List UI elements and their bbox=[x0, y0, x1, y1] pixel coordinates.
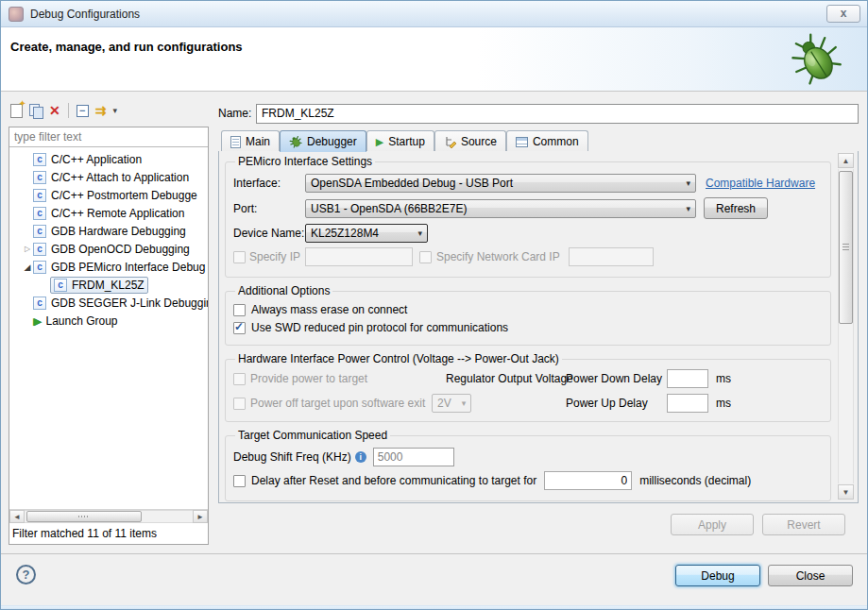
checkbox bbox=[419, 251, 432, 263]
source-tree-icon bbox=[444, 136, 456, 148]
new-configuration-icon[interactable] bbox=[10, 104, 23, 118]
c-file-icon: c bbox=[33, 243, 46, 256]
window-close-button[interactable]: x bbox=[826, 5, 860, 23]
tree-item-frdm-kl25z[interactable]: c FRDM_KL25Z bbox=[9, 276, 208, 294]
scroll-up-icon[interactable]: ▲ bbox=[838, 153, 854, 168]
compatible-hardware-link[interactable]: Compatible Hardware bbox=[706, 177, 815, 190]
swd-protocol-checkbox[interactable]: ✓ Use SWD reduced pin protocol for commu… bbox=[233, 321, 823, 334]
tree-item-cpp-attach[interactable]: c C/C++ Attach to Application bbox=[9, 168, 208, 186]
interface-combo[interactable]: OpenSDA Embedded Debug - USB Port ▾ bbox=[305, 174, 696, 193]
c-file-icon: c bbox=[33, 297, 46, 310]
power-down-delay-field bbox=[667, 369, 708, 388]
specify-network-checkbox: Specify Network Card IP bbox=[419, 250, 560, 263]
checkbox bbox=[233, 373, 246, 385]
group-title: Additional Options bbox=[235, 284, 332, 297]
regulator-voltage-label: Regulator Output Voltage bbox=[446, 372, 573, 385]
tree-item-launch-group[interactable]: ▶ Launch Group bbox=[9, 312, 208, 330]
chevron-down-icon: ▾ bbox=[456, 398, 467, 408]
chevron-down-icon: ▾ bbox=[412, 229, 422, 238]
tree-item-label: C/C++ Application bbox=[51, 153, 142, 166]
scroll-down-icon[interactable]: ▼ bbox=[838, 484, 854, 500]
common-table-icon bbox=[516, 137, 528, 147]
tree-item-cpp-remote[interactable]: c C/C++ Remote Application bbox=[9, 204, 208, 222]
refresh-button[interactable]: Refresh bbox=[704, 197, 768, 219]
delay-field[interactable] bbox=[544, 471, 632, 490]
duplicate-configuration-icon[interactable] bbox=[29, 104, 43, 118]
collapsed-arrow-icon[interactable]: ▷ bbox=[22, 245, 33, 253]
tree-item-label: GDB PEMicro Interface Debug bbox=[51, 261, 205, 274]
tab-source[interactable]: Source bbox=[434, 130, 506, 152]
title-bar[interactable]: Debug Configurations x bbox=[1, 1, 867, 27]
tab-main[interactable]: Main bbox=[221, 130, 280, 152]
scroll-left-icon[interactable]: ◄ bbox=[9, 510, 25, 523]
filter-icon[interactable]: ⇉ bbox=[95, 104, 107, 117]
toolbar-menu-caret-icon[interactable]: ▾ bbox=[112, 106, 117, 115]
group-pemicro-interface-settings: PEMicro Interface Settings Interface: Op… bbox=[225, 155, 831, 278]
power-up-delay-field bbox=[667, 394, 708, 413]
chevron-down-icon: ▾ bbox=[680, 204, 690, 213]
port-label: Port: bbox=[233, 202, 305, 215]
c-file-icon: c bbox=[33, 153, 46, 166]
specify-ip-checkbox: Specify IP bbox=[233, 250, 305, 263]
tab-startup[interactable]: ▶ Startup bbox=[366, 130, 434, 152]
tree-item-gdb-hardware[interactable]: c GDB Hardware Debugging bbox=[9, 222, 208, 240]
tree-item-label: C/C++ Postmortem Debugge bbox=[51, 189, 197, 202]
tree-item-gdb-segger[interactable]: c GDB SEGGER J-Link Debuggin bbox=[9, 294, 208, 312]
content-vertical-scrollbar[interactable]: ▲ ▼ bbox=[838, 153, 854, 500]
device-name-combo[interactable]: KL25Z128M4 ▾ bbox=[305, 224, 428, 243]
delete-configuration-icon[interactable]: ✕ bbox=[49, 104, 60, 117]
revert-button: Revert bbox=[762, 514, 845, 535]
tree-item-label: GDB OpenOCD Debugging bbox=[51, 243, 190, 256]
expanded-arrow-icon[interactable]: ◢ bbox=[22, 263, 33, 272]
window-title: Debug Configurations bbox=[30, 8, 140, 21]
specify-network-field bbox=[569, 247, 654, 266]
tree-horizontal-scrollbar[interactable]: ◄ ► bbox=[9, 509, 208, 523]
power-off-checkbox: Power off target upon software exit bbox=[233, 397, 425, 410]
checkbox[interactable] bbox=[233, 475, 246, 487]
mass-erase-checkbox[interactable]: Always mass erase on connect bbox=[233, 303, 823, 316]
tree-item-gdb-pemicro[interactable]: ◢ c GDB PEMicro Interface Debug bbox=[9, 258, 208, 276]
name-input[interactable] bbox=[256, 104, 859, 124]
c-file-icon: c bbox=[33, 207, 46, 220]
scrollbar-thumb[interactable] bbox=[26, 511, 142, 522]
close-icon: x bbox=[841, 7, 847, 20]
collapse-all-icon[interactable]: − bbox=[77, 105, 89, 117]
power-down-delay-label: Power Down Delay bbox=[566, 372, 662, 385]
port-combo[interactable]: USB1 - OpenSDA (66BB2E7E) ▾ bbox=[305, 199, 696, 218]
checkbox[interactable] bbox=[233, 304, 246, 316]
device-name-label: Device Name: bbox=[233, 227, 305, 240]
debug-button[interactable]: Debug bbox=[675, 565, 760, 586]
tab-debugger[interactable]: Debugger bbox=[280, 130, 366, 152]
group-target-communication-speed: Target Communication Speed Debug Shift F… bbox=[225, 429, 831, 501]
name-row: Name: bbox=[218, 103, 859, 124]
main-tab-icon bbox=[230, 136, 241, 148]
power-down-ms-label: ms bbox=[716, 372, 731, 385]
power-up-ms-label: ms bbox=[716, 397, 731, 410]
dialog-header-title: Create, manage, and run configurations bbox=[10, 40, 243, 54]
window-bottom-edge bbox=[1, 605, 867, 610]
selected-tree-item: c FRDM_KL25Z bbox=[50, 277, 148, 294]
group-additional-options: Additional Options Always mass erase on … bbox=[225, 284, 831, 346]
tree-item-cpp-postmortem[interactable]: c C/C++ Postmortem Debugge bbox=[9, 186, 208, 204]
debug-shift-freq-label: Debug Shift Freq (KHz) bbox=[233, 450, 351, 464]
tab-common[interactable]: Common bbox=[506, 130, 588, 152]
tree-item-gdb-openocd[interactable]: ▷ c GDB OpenOCD Debugging bbox=[9, 240, 208, 258]
provide-power-checkbox: Provide power to target bbox=[233, 372, 367, 385]
group-power-control: Hardware Interface Power Control (Voltag… bbox=[225, 352, 831, 422]
debugger-tab-content: PEMicro Interface Settings Interface: Op… bbox=[218, 151, 859, 503]
help-icon[interactable]: ? bbox=[16, 565, 36, 585]
group-title: Hardware Interface Power Control (Voltag… bbox=[235, 352, 562, 365]
delay-after-reset-checkbox[interactable]: Delay after Reset and before communicati… bbox=[233, 474, 536, 487]
checkbox-checked[interactable]: ✓ bbox=[233, 322, 246, 334]
interface-label: Interface: bbox=[233, 177, 305, 190]
info-icon[interactable]: i bbox=[355, 451, 366, 463]
specify-ip-field bbox=[305, 247, 413, 266]
scroll-right-icon[interactable]: ► bbox=[193, 510, 208, 523]
debug-shift-freq-field[interactable] bbox=[373, 448, 454, 466]
name-label: Name: bbox=[218, 107, 256, 120]
tree-item-cpp-application[interactable]: c C/C++ Application bbox=[9, 150, 208, 168]
close-button[interactable]: Close bbox=[768, 565, 853, 586]
filter-input[interactable] bbox=[9, 127, 208, 147]
scrollbar-thumb[interactable] bbox=[839, 171, 853, 324]
tree-item-label: FRDM_KL25Z bbox=[72, 279, 145, 292]
